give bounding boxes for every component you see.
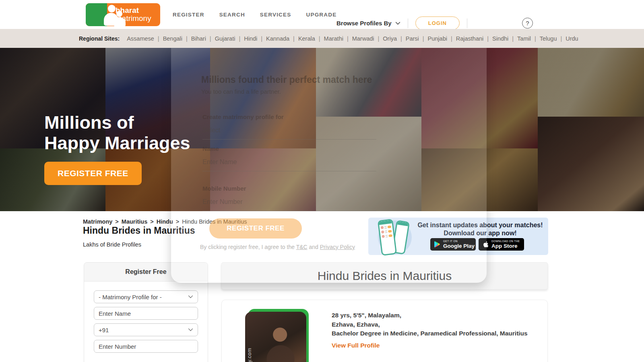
regional-site-hindi[interactable]: Hindi [244, 35, 266, 42]
regional-sites-label: Regional Sites: [79, 35, 120, 42]
mobile-label: Mobile Number [202, 185, 246, 192]
mobile-number-input[interactable] [94, 340, 198, 353]
photo-watermark: Matrimony.com [246, 317, 252, 362]
ghost-register-modal: Millions found their perfect match here … [171, 48, 487, 283]
profile-for-value: - Matrimony Profile for - [99, 294, 162, 300]
divider [408, 19, 408, 28]
profile-details: 28 yrs, 5'5", Malayalam, Ezhava, Ezhava,… [332, 311, 528, 349]
profile-photo[interactable]: Matrimony.com [245, 312, 306, 362]
modal-subtitle: You too can find a life partner. [201, 88, 281, 95]
regional-site-marwadi[interactable]: Marwadi [352, 35, 383, 42]
regional-site-rajasthani[interactable]: Rajasthani [456, 35, 492, 42]
modal-profile-for-select[interactable]: Select [202, 127, 376, 140]
bharatmatrimony-logo[interactable]: bharat matrimony [86, 3, 160, 26]
nav-upgrade[interactable]: UPGRADE [306, 12, 336, 18]
profile-card: Matrimony.com 28 yrs, 5'5", Malayalam, E… [221, 300, 548, 362]
regional-site-bihari[interactable]: Bihari [191, 35, 215, 42]
profile-for-label: Create matrimony profile for [202, 113, 284, 120]
chevron-down-icon [395, 22, 400, 25]
hero-heading: Millions of Happy Marriages [44, 112, 190, 153]
name-label: Name [202, 145, 219, 152]
profile-line-2: Ezhava, Ezhava, [332, 320, 528, 329]
profile-line-1: 28 yrs, 5'5", Malayalam, [332, 311, 528, 320]
profile-for-select[interactable]: - Matrimony Profile for - [94, 290, 198, 303]
country-code-value: +91 [99, 327, 109, 333]
regional-site-oriya[interactable]: Oriya [383, 35, 405, 42]
nav-register[interactable]: REGISTER [173, 12, 204, 18]
modal-terms-text: By clicking register free, I agree to th… [200, 244, 355, 250]
breadcrumb-matrimony[interactable]: Matrimony [83, 218, 122, 225]
modal-title: Millions found their perfect match here [201, 74, 372, 85]
divider [467, 19, 467, 28]
badge-tagline: Download on the [491, 240, 520, 243]
browse-profiles-dropdown[interactable]: Browse Profiles By [336, 20, 400, 27]
regional-site-marathi[interactable]: Marathi [324, 35, 352, 42]
top-header: bharat matrimony REGISTER SEARCH SERVICE… [0, 0, 644, 29]
regional-site-urdu[interactable]: Urdu [566, 35, 578, 42]
main-nav: REGISTER SEARCH SERVICES UPGRADE [173, 12, 336, 18]
privacy-policy-link[interactable]: Privacy Policy [320, 244, 355, 250]
bride-photo: Matrimony.com [245, 312, 306, 362]
breadcrumb-mauritius[interactable]: Mauritius [122, 218, 157, 225]
regional-site-punjabi[interactable]: Punjabi [428, 35, 456, 42]
regional-sites-list: Assamese Bengali Bihari Gujarati Hindi K… [127, 35, 578, 42]
regional-site-telugu[interactable]: Telugu [540, 35, 566, 42]
chevron-down-icon [188, 295, 193, 298]
name-input[interactable] [94, 307, 198, 320]
view-full-profile-link[interactable]: View Full Profile [332, 342, 380, 349]
regional-site-bengali[interactable]: Bengali [163, 35, 191, 42]
page-subtitle: Lakhs of Bride Profiles [83, 241, 141, 248]
logo-wordmark: bharat matrimony [116, 6, 151, 23]
nav-services[interactable]: SERVICES [260, 12, 291, 18]
regional-site-kannada[interactable]: Kannada [266, 35, 298, 42]
regional-site-parsi[interactable]: Parsi [406, 35, 428, 42]
regional-sites-bar: Regional Sites: Assamese Bengali Bihari … [0, 29, 644, 48]
register-free-button[interactable]: REGISTER FREE [44, 162, 142, 185]
header-right-cluster: Browse Profiles By LOGIN ? [336, 16, 533, 30]
help-icon[interactable]: ? [522, 18, 533, 29]
regional-site-gujarati[interactable]: Gujarati [215, 35, 244, 42]
regional-site-tamil[interactable]: Tamil [517, 35, 540, 42]
chevron-down-icon [188, 328, 193, 331]
regional-site-sindhi[interactable]: Sindhi [492, 35, 517, 42]
nav-search[interactable]: SEARCH [219, 12, 245, 18]
modal-mobile-input[interactable]: Enter Number [202, 198, 376, 211]
modal-register-free-button[interactable]: REGISTER FREE [209, 218, 302, 239]
badge-store-name: App Store [491, 243, 520, 249]
regional-site-assamese[interactable]: Assamese [127, 35, 163, 42]
regional-site-kerala[interactable]: Kerala [298, 35, 324, 42]
browse-profiles-label: Browse Profiles By [336, 20, 392, 27]
country-code-select[interactable]: +91 [94, 323, 198, 336]
modal-name-input[interactable]: Enter Name [202, 158, 376, 171]
profile-line-3: Bachelor Degree in Medicine, Paramedical… [332, 329, 528, 338]
login-button[interactable]: LOGIN [415, 16, 460, 30]
terms-link[interactable]: T&C [296, 244, 308, 250]
